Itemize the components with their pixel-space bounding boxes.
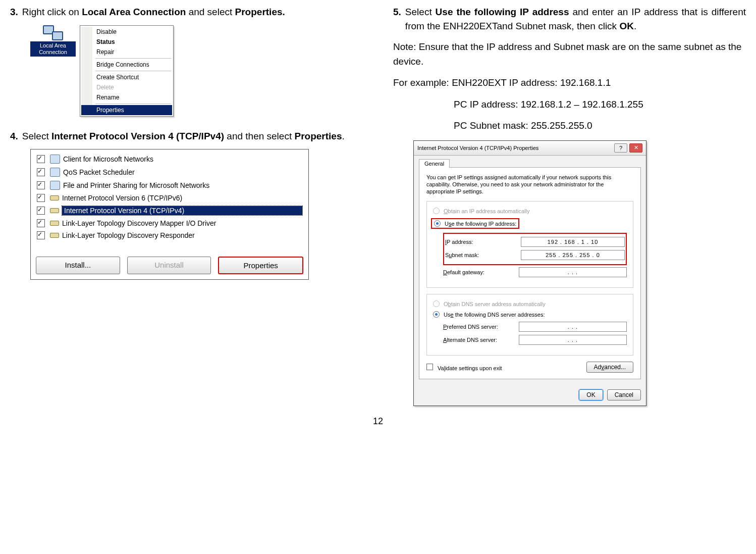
net-label: File and Printer Sharing for Microsoft N… (63, 181, 302, 189)
page-number: 12 (10, 416, 746, 427)
ctx-rename[interactable]: Rename (81, 92, 172, 103)
step4-b2: Properties (294, 131, 342, 141)
label-preferred-dns: Preferred DNS server: (443, 324, 519, 330)
net-row-ipv4[interactable]: Internet Protocol Version 4 (TCP/IPv4) (36, 204, 303, 217)
cancel-button[interactable]: Cancel (607, 389, 641, 400)
lac-line2: Connection (39, 49, 67, 55)
step5-b1: Use the following IP address (436, 7, 569, 17)
net-label: Link-Layer Topology Discovery Mapper I/O… (62, 219, 302, 227)
label-use-dns: Use the following DNS server addresses: (444, 312, 545, 318)
net-row-fileprint[interactable]: File and Printer Sharing for Microsoft N… (36, 179, 303, 192)
checkbox-icon[interactable] (37, 194, 45, 202)
ctx-repair[interactable]: Repair (81, 47, 172, 57)
net-label: Link-Layer Topology Discovery Responder (62, 231, 302, 239)
ctx-disable[interactable]: Disable (81, 27, 172, 37)
local-area-connection-icon[interactable]: Local Area Connection (30, 25, 76, 57)
label-obtain-ip: Obtain an IP address automatically (444, 208, 529, 214)
step4-pre: Select (22, 131, 51, 141)
net-label: QoS Packet Scheduler (63, 168, 302, 176)
input-ip-address[interactable]: 192 . 168 . 1 . 10 (521, 237, 625, 247)
step4-mid: and then select (224, 131, 294, 141)
label-alternate-dns: Alternate DNS server: (443, 337, 519, 343)
example-line: For example: ENH220EXT IP address: 192.1… (393, 76, 746, 90)
net-row-client[interactable]: Client for Microsoft Networks (36, 153, 303, 166)
ctx-sep (95, 58, 171, 59)
step-3: 3. Right click on Local Area Connection … (10, 5, 363, 19)
step-5-text: Select Use the following IP address and … (405, 5, 746, 33)
input-subnet-mask[interactable]: 255 . 255 . 255 . 0 (521, 250, 625, 260)
ctx-sep (95, 71, 171, 71)
net-row-qos[interactable]: QoS Packet Scheduler (36, 166, 303, 179)
fig-context-menu: Local Area Connection Disable Status Rep… (30, 25, 363, 117)
help-icon[interactable]: ? (614, 143, 627, 153)
advanced-button[interactable]: Advanced... (586, 362, 633, 373)
network-items-list: Client for Microsoft Networks QoS Packet… (30, 149, 309, 280)
ctx-shortcut[interactable]: Create Shortcut (81, 72, 172, 82)
checkbox-icon[interactable] (426, 364, 433, 370)
protocol-icon (50, 208, 59, 213)
service-icon (50, 181, 60, 190)
validate-checkbox-row[interactable]: Validate settings upon exit (426, 364, 502, 371)
close-icon[interactable]: ✕ (629, 143, 642, 153)
service-icon (50, 168, 60, 177)
net-label: Client for Microsoft Networks (63, 155, 302, 163)
fig-network-items: Client for Microsoft Networks QoS Packet… (30, 149, 363, 280)
pc-subnet-line: PC Subnet mask: 255.255.255.0 (454, 119, 746, 133)
label-use-ip: Use the following IP address: (445, 221, 516, 227)
step-3-number: 3. (10, 5, 18, 19)
step3-mid: and select (186, 7, 235, 17)
ctx-properties[interactable]: Properties (81, 105, 172, 115)
local-area-connection-label: Local Area Connection (30, 41, 76, 57)
context-menu: Disable Status Repair Bridge Connections… (80, 25, 174, 117)
pc-ip-line: PC IP address: 192.168.1.2 – 192.168.1.2… (454, 97, 746, 112)
ctx-status[interactable]: Status (81, 37, 172, 47)
ok-button[interactable]: OK (579, 389, 603, 400)
checkbox-icon[interactable] (37, 181, 45, 189)
label-validate: Validate settings upon exit (438, 365, 502, 371)
step4-end: . (342, 131, 344, 141)
step5-b2: OK (619, 21, 634, 31)
checkbox-icon[interactable] (37, 155, 45, 163)
step-4: 4. Select Internet Protocol Version 4 (T… (10, 129, 363, 143)
input-preferred-dns[interactable]: . . . (519, 322, 627, 332)
dialog-panel: You can get IP settings assigned automat… (419, 167, 641, 380)
lac-line1: Local Area (40, 42, 66, 48)
net-row-ipv6[interactable]: Internet Protocol Version 6 (TCP/IPv6) (36, 192, 303, 204)
step-5: 5. Select Use the following IP address a… (393, 5, 746, 33)
checkbox-icon[interactable] (37, 219, 45, 227)
service-icon (50, 155, 60, 164)
install-button[interactable]: Install... (36, 257, 120, 274)
net-label: Internet Protocol Version 4 (TCP/IPv4) (62, 206, 302, 215)
step3-b1: Local Area Connection (82, 7, 186, 17)
step-4-text: Select Internet Protocol Version 4 (TCP/… (22, 129, 363, 143)
radio-obtain-ip[interactable] (433, 208, 440, 214)
ctx-bridge[interactable]: Bridge Connections (81, 60, 172, 70)
dns-group: Obtain DNS server address automatically … (426, 294, 633, 356)
ip-address-group: Obtain an IP address automatically Use t… (426, 201, 633, 288)
step5-pre: Select (405, 7, 436, 17)
input-default-gateway[interactable]: . . . (519, 267, 627, 277)
note-paragraph: Note: Ensure that the IP address and Sub… (393, 40, 746, 69)
checkbox-icon[interactable] (37, 207, 45, 215)
checkbox-icon[interactable] (37, 231, 45, 239)
tab-general[interactable]: General (419, 159, 450, 168)
network-icon (43, 25, 63, 40)
net-row-lltd-mapper[interactable]: Link-Layer Topology Discovery Mapper I/O… (36, 217, 303, 229)
checkbox-icon[interactable] (37, 168, 45, 176)
step-3-text: Right click on Local Area Connection and… (22, 5, 363, 19)
uninstall-button: Uninstall (127, 257, 211, 274)
protocol-icon (50, 195, 59, 200)
step-4-number: 4. (10, 129, 18, 143)
radio-use-dns[interactable] (433, 311, 440, 318)
step4-b1: Internet Protocol Version 4 (TCP/IPv4) (51, 131, 224, 141)
step3-b2: Properties. (235, 7, 285, 17)
properties-button[interactable]: Properties (218, 257, 303, 274)
tcpip-properties-dialog: Internet Protocol Version 4 (TCP/IPv4) P… (413, 140, 646, 407)
protocol-icon (50, 221, 59, 226)
radio-obtain-dns (433, 300, 440, 307)
radio-use-ip[interactable] (434, 220, 441, 227)
net-row-lltd-responder[interactable]: Link-Layer Topology Discovery Responder (36, 229, 303, 241)
input-alternate-dns[interactable]: . . . (519, 335, 627, 345)
label-obtain-dns: Obtain DNS server address automatically (444, 301, 546, 307)
left-column: 3. Right click on Local Area Connection … (10, 5, 363, 406)
